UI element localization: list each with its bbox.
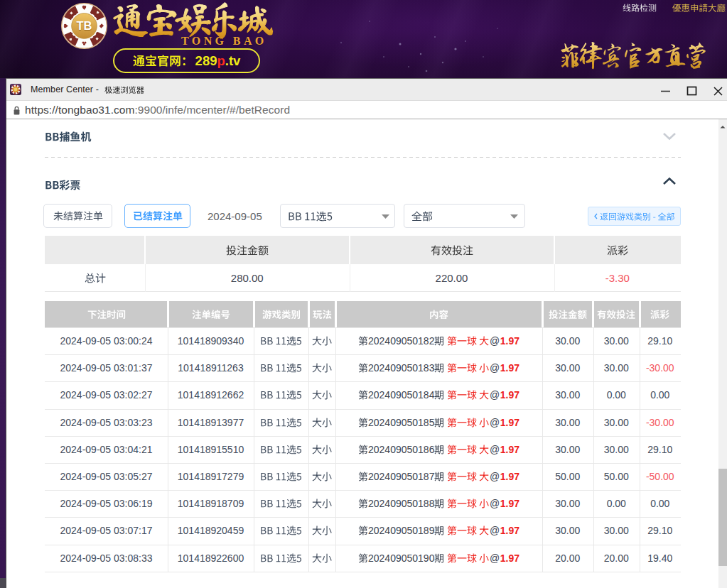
svg-text:TB: TB: [77, 19, 92, 32]
